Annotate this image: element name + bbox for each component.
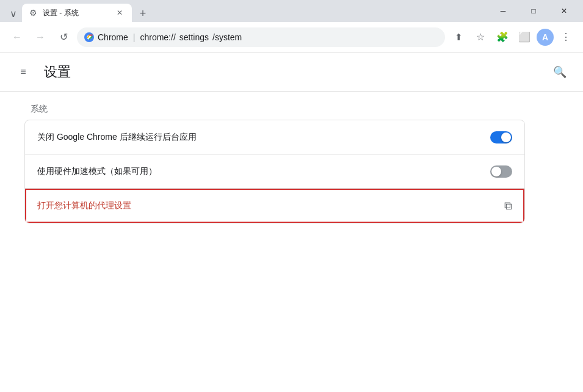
background-apps-label: 关闭 Google Chrome 后继续运行后台应用 bbox=[37, 132, 490, 143]
section-title: 系统 bbox=[24, 104, 559, 115]
extensions-icon: 🧩 bbox=[496, 31, 509, 43]
close-button[interactable]: ✕ bbox=[550, 0, 578, 22]
hardware-acceleration-label: 使用硬件加速模式（如果可用） bbox=[37, 166, 490, 177]
hamburger-icon: ≡ bbox=[20, 67, 26, 78]
settings-tab-icon: ⚙ bbox=[29, 8, 39, 18]
page-body: 系统 关闭 Google Chrome 后继续运行后台应用 使用硬件加速模式（如… bbox=[0, 92, 583, 392]
maximize-button[interactable]: □ bbox=[520, 0, 548, 22]
page-header: ≡ 设置 🔍 bbox=[0, 53, 583, 92]
share-button[interactable]: ⬆ bbox=[449, 27, 468, 47]
toggle-thumb-2 bbox=[491, 167, 501, 176]
profile-letter: A bbox=[542, 32, 548, 42]
setting-row-hardware-acceleration: 使用硬件加速模式（如果可用） bbox=[25, 154, 524, 189]
menu-button[interactable]: ≡ bbox=[12, 61, 34, 83]
external-link-icon: ⧉ bbox=[504, 200, 512, 212]
search-icon: 🔍 bbox=[553, 65, 567, 79]
share-icon: ⬆ bbox=[455, 32, 463, 43]
profile-button[interactable]: A bbox=[537, 29, 554, 46]
addressbar: ← → ↺ Chrome | chrome://settings/system … bbox=[0, 22, 583, 53]
chrome-label: Chrome bbox=[98, 32, 128, 42]
minimize-button[interactable]: ─ bbox=[489, 0, 517, 22]
page-content: ≡ 设置 🔍 系统 关闭 Google Chrome 后继续运行后台应用 使用硬… bbox=[0, 53, 583, 392]
forward-icon: → bbox=[35, 32, 45, 43]
proxy-label: 打开您计算机的代理设置 bbox=[37, 200, 504, 211]
more-button[interactable]: ⋮ bbox=[556, 27, 576, 47]
back-button[interactable]: ← bbox=[7, 27, 27, 47]
tab-title: 设置 - 系统 bbox=[43, 8, 111, 18]
forward-button[interactable]: → bbox=[31, 27, 50, 47]
url-suffix: /system bbox=[212, 32, 242, 42]
tab-chevron-button[interactable]: ∨ bbox=[5, 5, 22, 22]
titlebar: ∨ ⚙ 设置 - 系统 ✕ + ─ □ ✕ bbox=[0, 0, 583, 22]
page-title: 设置 bbox=[44, 63, 71, 81]
active-tab[interactable]: ⚙ 设置 - 系统 ✕ bbox=[22, 4, 132, 22]
refresh-button[interactable]: ↺ bbox=[54, 27, 73, 47]
bookmark-button[interactable]: ☆ bbox=[471, 27, 490, 47]
new-tab-button[interactable]: + bbox=[134, 5, 151, 22]
toolbar-icons: ⬆ ☆ 🧩 ⬜ A ⋮ bbox=[449, 27, 576, 47]
refresh-icon: ↺ bbox=[60, 31, 68, 43]
url-settings: settings bbox=[179, 32, 209, 42]
toggle-thumb bbox=[501, 132, 511, 142]
address-separator: | bbox=[133, 32, 136, 42]
url-prefix: chrome:// bbox=[140, 32, 175, 42]
browser-menu-button[interactable]: ⬜ bbox=[515, 27, 534, 47]
address-bar-input[interactable]: Chrome | chrome://settings/system bbox=[77, 27, 445, 47]
setting-row-background-apps: 关闭 Google Chrome 后继续运行后台应用 bbox=[25, 120, 524, 154]
back-icon: ← bbox=[12, 32, 22, 43]
browser-icon: ⬜ bbox=[518, 31, 530, 43]
settings-card: 关闭 Google Chrome 后继续运行后台应用 使用硬件加速模式（如果可用… bbox=[24, 120, 525, 223]
hardware-acceleration-toggle[interactable] bbox=[490, 165, 512, 178]
tab-close-button[interactable]: ✕ bbox=[115, 8, 125, 18]
setting-row-proxy[interactable]: 打开您计算机的代理设置 ⧉ bbox=[25, 189, 524, 223]
search-button[interactable]: 🔍 bbox=[549, 61, 571, 83]
chevron-down-icon: ∨ bbox=[10, 8, 17, 20]
more-icon: ⋮ bbox=[561, 31, 571, 43]
background-apps-toggle[interactable] bbox=[490, 131, 512, 143]
extensions-button[interactable]: 🧩 bbox=[493, 27, 512, 47]
star-icon: ☆ bbox=[476, 31, 485, 43]
window-controls: ─ □ ✕ bbox=[489, 0, 578, 22]
tab-area: ∨ ⚙ 设置 - 系统 ✕ + bbox=[5, 0, 489, 22]
chrome-logo-icon bbox=[84, 32, 94, 42]
